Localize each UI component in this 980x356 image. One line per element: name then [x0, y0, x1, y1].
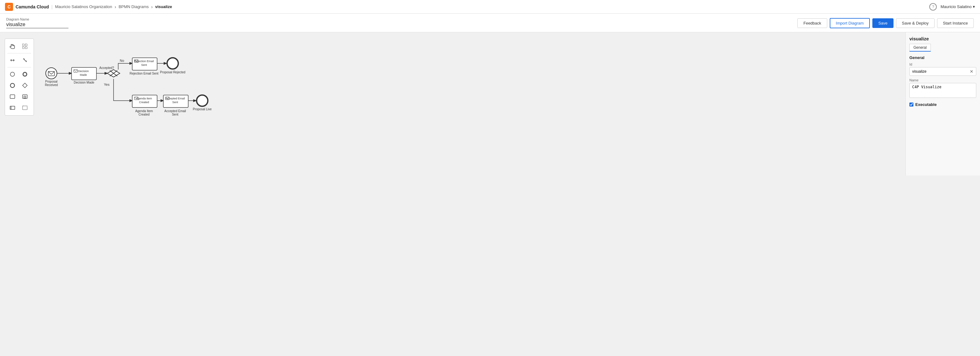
- svg-text:Sent: Sent: [172, 101, 178, 104]
- breadcrumb-diagrams[interactable]: BPMN Diagrams: [119, 4, 149, 9]
- label-agenda-item: Agenda Item: [135, 109, 153, 113]
- svg-text:Decision: Decision: [78, 70, 89, 73]
- svg-rect-1: [25, 44, 27, 46]
- start-event-proposal[interactable]: [46, 68, 57, 79]
- panel-title: visualize: [909, 36, 976, 41]
- yes-label: Yes: [104, 82, 110, 86]
- help-button[interactable]: ?: [929, 3, 937, 11]
- svg-marker-8: [23, 83, 27, 88]
- import-diagram-button[interactable]: Import Diagram: [830, 18, 870, 28]
- diagram-bar: Diagram Name Feedback Import Diagram Sav…: [0, 14, 980, 32]
- pool-tool[interactable]: [8, 103, 18, 113]
- save-deploy-button[interactable]: Save & Deploy: [896, 18, 935, 28]
- hand-tool[interactable]: [8, 41, 18, 51]
- id-clear-button[interactable]: ✕: [970, 69, 974, 74]
- svg-rect-2: [23, 47, 25, 49]
- navbar-right: ? Mauricio Salatino ▾: [929, 3, 975, 11]
- svg-text:Sent: Sent: [172, 113, 178, 116]
- breadcrumb: Mauricio Salatinos Organization › BPMN D…: [55, 4, 172, 9]
- breadcrumb-current: visualize: [155, 4, 172, 9]
- executable-row: Executable: [909, 102, 976, 107]
- brand-name: Camunda Cloud: [16, 4, 49, 9]
- app-logo: C: [5, 3, 13, 11]
- svg-text:Rejection Email: Rejection Email: [134, 60, 154, 63]
- name-field[interactable]: C4P Visualize: [909, 83, 976, 98]
- svg-point-7: [10, 83, 14, 88]
- svg-text:Created: Created: [138, 113, 150, 116]
- svg-text:Agenda Item: Agenda Item: [136, 97, 152, 100]
- label-rejection-email: Rejection Email Sent: [130, 72, 159, 75]
- svg-text:Received: Received: [45, 83, 58, 87]
- executable-label: Executable: [915, 102, 937, 107]
- save-button[interactable]: Save: [872, 18, 894, 28]
- svg-text:Accepted Email: Accepted Email: [165, 97, 185, 100]
- end-event-live[interactable]: [197, 95, 208, 106]
- toolbar-buttons: Feedback Import Diagram Save Save & Depl…: [797, 18, 974, 28]
- executable-checkbox[interactable]: [909, 103, 913, 106]
- task-tool[interactable]: [8, 92, 18, 101]
- right-panel: visualize General General Id visualize ✕…: [905, 32, 980, 176]
- id-label: Id: [909, 62, 976, 66]
- navbar: C Camunda Cloud | Mauricio Salatinos Org…: [0, 0, 980, 14]
- name-label: Name: [909, 78, 976, 82]
- id-field[interactable]: visualize ✕: [909, 67, 976, 76]
- breadcrumb-org[interactable]: Mauricio Salatinos Organization: [55, 4, 112, 9]
- diagram-name-section: Diagram Name: [6, 17, 68, 28]
- label-proposal-rejected: Proposal Rejected: [160, 71, 185, 74]
- diagram-name-label: Diagram Name: [6, 17, 68, 21]
- main-area: No Yes Accepted? Proposal Received Deci: [0, 32, 980, 176]
- section-general: General: [909, 55, 976, 60]
- diagram-name-input[interactable]: [6, 22, 68, 28]
- svg-rect-14: [23, 106, 27, 110]
- nav-sep1: |: [51, 4, 52, 9]
- label-decision-made: Decision Made: [74, 81, 95, 84]
- svg-text:Created: Created: [139, 101, 149, 104]
- user-menu[interactable]: Mauricio Salatino ▾: [940, 4, 975, 9]
- canvas[interactable]: No Yes Accepted? Proposal Received Deci: [0, 32, 905, 176]
- feedback-button[interactable]: Feedback: [797, 18, 827, 28]
- svg-rect-0: [23, 44, 25, 46]
- label-proposal-received: Proposal: [45, 80, 57, 83]
- end-event-rejected[interactable]: [167, 58, 178, 69]
- svg-rect-9: [10, 95, 15, 98]
- svg-rect-11: [24, 96, 26, 98]
- tab-general[interactable]: General: [909, 44, 931, 52]
- panel-tabs: General: [909, 44, 976, 52]
- svg-point-6: [23, 73, 27, 76]
- label-accepted-email: Accepted Email: [164, 109, 186, 113]
- label-proposal-live: Proposal Live: [193, 108, 212, 111]
- start-instance-button[interactable]: Start Instance: [937, 18, 974, 28]
- no-label: No: [120, 59, 124, 62]
- space-tool[interactable]: [8, 55, 18, 65]
- svg-text:Made: Made: [80, 73, 87, 76]
- end-event-tool[interactable]: [8, 81, 18, 90]
- svg-rect-3: [25, 47, 27, 49]
- svg-text:Sent: Sent: [141, 63, 147, 66]
- bpmn-diagram[interactable]: No Yes Accepted? Proposal Received Deci: [28, 38, 246, 138]
- gateway-label: Accepted?: [99, 66, 114, 70]
- svg-point-4: [10, 72, 14, 76]
- start-event-tool[interactable]: [8, 69, 18, 79]
